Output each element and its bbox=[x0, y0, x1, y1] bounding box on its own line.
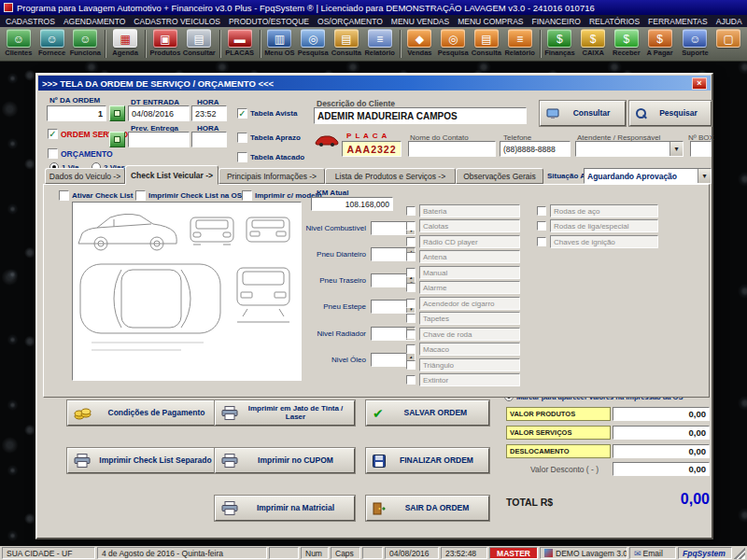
box-input[interactable] bbox=[690, 141, 712, 157]
toolbar-pesquisa-vendas[interactable]: ◎Pesquisa bbox=[437, 29, 469, 57]
client-desc-input[interactable]: ADEMIR MADUREIRA CAMPOS bbox=[314, 107, 527, 124]
menu-agendamento[interactable]: AGENDAMENTO bbox=[63, 17, 125, 26]
imprimir-checklist-separado-button[interactable]: Imprimir Check List Separado bbox=[67, 448, 222, 473]
placa-input[interactable]: AAA2322 bbox=[342, 141, 402, 157]
toolbar-a-pagar[interactable]: $A Pagar bbox=[644, 29, 676, 57]
order-number-input[interactable]: 1 bbox=[47, 105, 106, 121]
checklist-item-checkbox[interactable] bbox=[537, 221, 546, 231]
toolbar-financas[interactable]: $Finanças bbox=[544, 29, 576, 57]
entry-time-input[interactable]: 23:52 bbox=[191, 105, 227, 121]
toolbar-suporte[interactable]: ☺Suporte bbox=[680, 29, 712, 57]
status-email[interactable]: ✉Email bbox=[629, 547, 676, 559]
checklist-item-checkbox[interactable] bbox=[406, 344, 416, 354]
menu-ajuda[interactable]: AJUDA bbox=[716, 17, 742, 26]
checklist-item-checkbox[interactable] bbox=[406, 299, 416, 308]
checklist-item-checkbox[interactable] bbox=[406, 375, 416, 385]
menu-compras[interactable]: MENU COMPRAS bbox=[458, 17, 523, 26]
toolbar-produtos[interactable]: ▣Produtos bbox=[149, 29, 181, 57]
app-titlebar[interactable]: Programa para Lavagem Automotivo + Finan… bbox=[0, 0, 747, 15]
menu-vendas[interactable]: MENU VENDAS bbox=[391, 17, 449, 26]
checklist-item-field[interactable]: Calotas bbox=[419, 219, 520, 232]
checklist-item-checkbox[interactable] bbox=[537, 237, 546, 246]
checklist-item-checkbox[interactable] bbox=[406, 268, 416, 277]
checklist-item-checkbox[interactable] bbox=[406, 252, 416, 261]
menu-produto-estoque[interactable]: PRODUTO/ESTOQUE bbox=[229, 17, 309, 26]
checklist-item-checkbox[interactable] bbox=[406, 283, 416, 292]
toolbar-consulta-vendas[interactable]: ▤Consulta bbox=[471, 29, 502, 57]
finalizar-ordem-button[interactable]: FINALIZAR ORDEM bbox=[366, 448, 489, 473]
toolbar-placas[interactable]: ▬PLACAS bbox=[224, 29, 256, 57]
toolbar-funcionarios[interactable]: ☺Funciona bbox=[70, 29, 102, 57]
checklist-item-field[interactable]: Antena bbox=[419, 250, 520, 263]
toolbar-consulta-os[interactable]: ▤Consulta bbox=[331, 29, 362, 57]
desconto-input[interactable]: 0,00 bbox=[613, 462, 710, 476]
tab-observacoes[interactable]: Observações Gerais bbox=[456, 168, 543, 184]
toolbar-receber[interactable]: $Receber bbox=[611, 29, 642, 57]
situacao-combo[interactable]: Aguardando Aprovação ▾ bbox=[584, 168, 712, 184]
ativar-checklist-checkbox[interactable]: Ativar Check List bbox=[59, 190, 133, 201]
imprimir-cupom-button[interactable]: Imprimir no CUPOM bbox=[215, 448, 355, 473]
chevron-down-icon[interactable]: ▾ bbox=[669, 142, 683, 156]
toolbar-sair[interactable]: ▢ bbox=[712, 29, 744, 49]
chevron-down-icon[interactable]: ▾ bbox=[698, 169, 711, 183]
pesquisar-button[interactable]: Pesquisar bbox=[629, 101, 712, 126]
menu-cadastro-veiculos[interactable]: CADASTRO VEICULOS bbox=[134, 17, 220, 26]
menu-financeiro[interactable]: FINANCEIRO bbox=[532, 17, 581, 26]
imprimir-checklist-os-checkbox[interactable]: Imprimir Check List na OS bbox=[135, 190, 242, 201]
tabela-atacado-checkbox[interactable]: Tabela Atacado bbox=[237, 152, 304, 162]
consultar-button[interactable]: Consultar bbox=[540, 101, 626, 126]
tabela-aprazo-checkbox[interactable]: Tabela Aprazo bbox=[237, 133, 301, 143]
menu-ferramentas[interactable]: FERRAMENTAS bbox=[648, 17, 708, 26]
tabela-avista-checkbox[interactable]: Tabela Avista bbox=[237, 108, 297, 119]
resize-grip[interactable] bbox=[734, 547, 745, 559]
checklist-item-field[interactable]: Macaco bbox=[419, 343, 520, 356]
toolbar-pesquisa-os[interactable]: ◎Pesquisa bbox=[297, 29, 329, 57]
checklist-item-field[interactable]: Bateria bbox=[419, 204, 520, 217]
telefone-input[interactable]: (88)8888-8888 bbox=[500, 141, 571, 157]
atendente-combo[interactable]: ▾ bbox=[575, 141, 684, 157]
toolbar-caixa[interactable]: $CAIXA bbox=[577, 29, 609, 57]
checklist-item-field[interactable]: Rodas de aço bbox=[550, 204, 658, 217]
toolbar-relatorio-os[interactable]: ≡Relatório bbox=[364, 29, 396, 57]
salvar-ordem-button[interactable]: ✔ SALVAR ORDEM bbox=[366, 400, 489, 426]
checklist-item-field[interactable]: Extintor bbox=[419, 373, 520, 386]
checklist-item-checkbox[interactable] bbox=[537, 206, 546, 216]
menu-cadastros[interactable]: CADASTROS bbox=[6, 17, 55, 26]
checklist-item-field[interactable]: Chave de roda bbox=[419, 328, 520, 341]
prev-entrega-input[interactable] bbox=[128, 132, 190, 147]
checklist-item-checkbox[interactable] bbox=[406, 314, 416, 323]
toolbar-consultar[interactable]: ▤Consultar bbox=[183, 29, 216, 57]
entry-date-input[interactable]: 04/08/2016 bbox=[128, 105, 190, 121]
sair-ordem-button[interactable]: SAIR DA ORDEM bbox=[366, 496, 489, 521]
checklist-item-checkbox[interactable] bbox=[406, 206, 416, 216]
toolbar-relatorio-vendas[interactable]: ≡Relatório bbox=[504, 29, 536, 57]
checklist-item-checkbox[interactable] bbox=[406, 360, 416, 370]
imprimir-modelo-checkbox[interactable]: Imprimir c/ modelo bbox=[242, 190, 322, 201]
order-lookup-button[interactable] bbox=[109, 105, 125, 121]
checklist-item-field[interactable]: Rádio CD player bbox=[419, 235, 520, 248]
checklist-item-field[interactable]: Triângulo bbox=[419, 358, 520, 371]
toolbar-fornecedores[interactable]: ☺Fornece bbox=[36, 29, 68, 57]
tab-checklist[interactable]: Check List Veicular -> bbox=[125, 165, 218, 185]
checklist-item-checkbox[interactable] bbox=[406, 221, 416, 231]
imprimir-jato-button[interactable]: Imprimir em Jato de Tinta / Laser bbox=[215, 400, 355, 426]
toolbar-menu-os[interactable]: ▥Menu OS bbox=[264, 29, 296, 57]
checklist-item-field[interactable]: Chaves de ignição bbox=[550, 235, 658, 248]
imprimir-matricial-button[interactable]: Imprimir na Matricial bbox=[215, 496, 355, 521]
orcamento-checkbox[interactable]: ORÇAMENTO bbox=[48, 148, 113, 159]
condicoes-pagamento-button[interactable]: Condições de Pagamento bbox=[67, 400, 222, 426]
window-titlebar[interactable]: >>> TELA DA ORDEM DE SERVIÇO / ORÇAMENTO… bbox=[38, 76, 711, 91]
checklist-item-field[interactable]: Acendedor de cigarro bbox=[419, 297, 520, 310]
toolbar-agenda[interactable]: ▦Agenda bbox=[109, 29, 141, 57]
close-icon[interactable]: × bbox=[692, 77, 707, 90]
checklist-item-checkbox[interactable] bbox=[406, 237, 416, 246]
prev-hora-input[interactable] bbox=[191, 132, 227, 147]
checklist-item-checkbox[interactable] bbox=[406, 329, 416, 339]
checklist-item-field[interactable]: Manual bbox=[419, 266, 520, 279]
contato-input[interactable] bbox=[408, 141, 496, 157]
toolbar-clientes[interactable]: ☺Clientes bbox=[3, 29, 35, 57]
menu-os-orcamento[interactable]: OS/ORÇAMENTO bbox=[317, 17, 383, 26]
tab-produtos-servicos[interactable]: Lista de Produtos e Serviços -> bbox=[325, 168, 456, 184]
km-input[interactable]: 108.168,000 bbox=[311, 197, 393, 211]
checklist-item-field[interactable]: Alarme bbox=[419, 281, 520, 294]
